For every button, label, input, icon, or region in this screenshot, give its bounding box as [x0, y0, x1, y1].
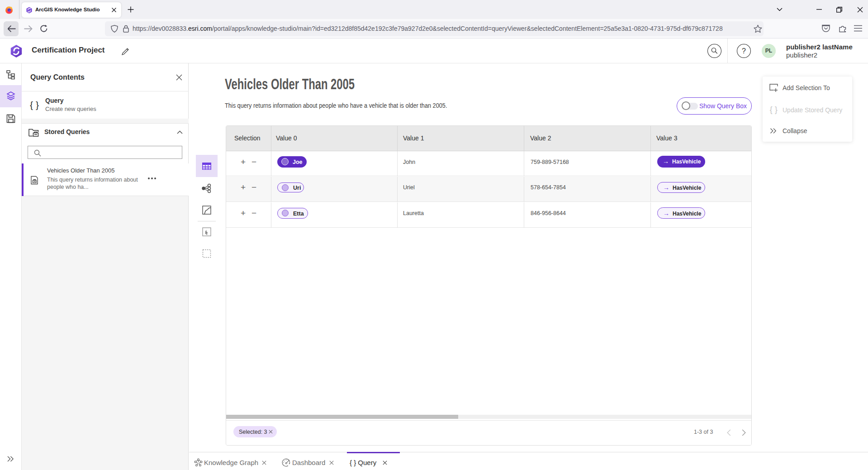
svg-text:}: } — [36, 100, 39, 110]
svg-text:{: { — [770, 105, 773, 114]
svg-text:{: { — [30, 100, 33, 110]
svg-text:?: ? — [742, 47, 746, 55]
svg-text:}: } — [775, 105, 778, 114]
